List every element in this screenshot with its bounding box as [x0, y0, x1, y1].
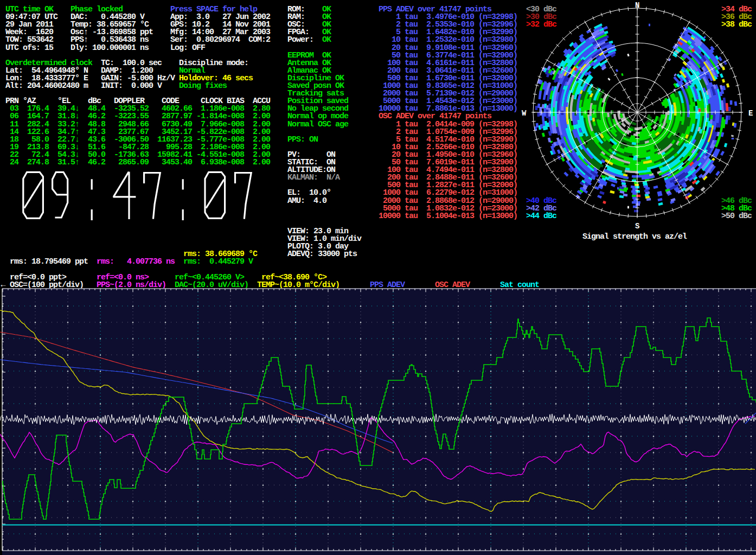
svg-text:E: E [748, 109, 753, 118]
svg-text:W: W [522, 109, 527, 118]
svg-text:S: S [635, 222, 639, 231]
svg-text:N: N [635, 1, 639, 10]
